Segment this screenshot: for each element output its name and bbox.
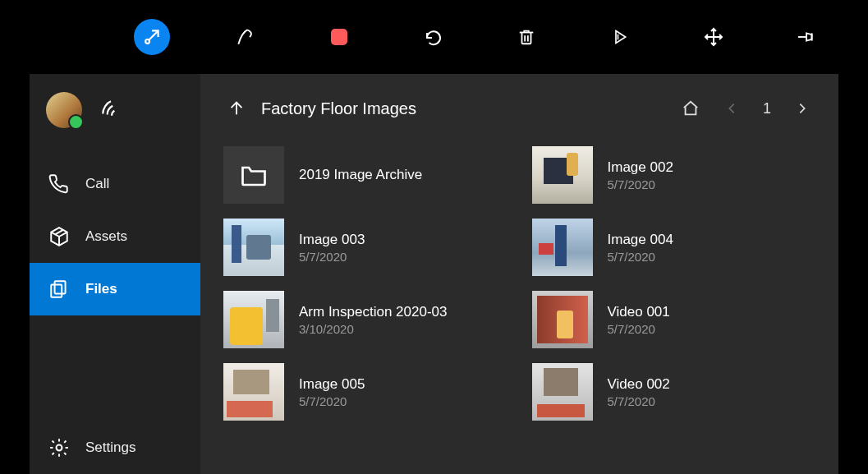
file-name: Video 002 — [608, 376, 816, 393]
sidebar-item-files[interactable]: Files — [30, 263, 200, 315]
package-icon — [48, 225, 71, 248]
file-item[interactable]: Image 004 5/7/2020 — [532, 217, 816, 278]
file-thumbnail — [223, 363, 284, 421]
pin-button[interactable] — [789, 19, 825, 55]
files-icon — [48, 278, 71, 301]
file-date: 5/7/2020 — [608, 322, 816, 336]
svg-rect-12 — [51, 285, 62, 297]
file-thumbnail — [223, 219, 284, 276]
file-item[interactable]: Image 003 5/7/2020 — [223, 217, 507, 278]
ink-tool-button[interactable] — [227, 19, 264, 55]
sidebar-item-label: Call — [85, 176, 109, 192]
file-item[interactable]: Video 002 5/7/2020 — [532, 361, 816, 422]
file-name: Video 001 — [608, 304, 816, 320]
wifi-icon — [100, 99, 122, 121]
file-date: 3/10/2020 — [299, 322, 507, 336]
file-thumbnail — [532, 291, 593, 348]
folder-icon — [223, 146, 284, 204]
header-nav: 1 — [677, 95, 815, 122]
svg-point-0 — [145, 39, 149, 44]
trash-button[interactable] — [508, 19, 544, 55]
sidebar-item-assets[interactable]: Assets — [30, 210, 200, 263]
svg-rect-2 — [331, 29, 347, 45]
next-page-button[interactable] — [789, 95, 815, 122]
up-button[interactable] — [223, 95, 250, 122]
sidebar-item-label: Settings — [85, 439, 135, 456]
home-button[interactable] — [677, 95, 704, 122]
file-date: 5/7/2020 — [608, 394, 816, 408]
color-red-button[interactable] — [321, 19, 357, 55]
file-name: Image 003 — [299, 232, 507, 248]
file-item[interactable]: Image 002 5/7/2020 — [532, 145, 816, 205]
play-button[interactable] — [602, 19, 638, 55]
sidebar-item-call[interactable]: Call — [30, 158, 200, 210]
file-date: 5/7/2020 — [608, 177, 816, 191]
file-thumbnail — [532, 363, 593, 421]
file-thumbnail — [532, 219, 593, 276]
undo-button[interactable] — [415, 19, 451, 55]
profile-row — [30, 74, 200, 140]
file-date: 5/7/2020 — [299, 250, 507, 264]
workspace: Call Assets — [30, 74, 838, 474]
file-date: 5/7/2020 — [299, 394, 507, 408]
file-item-folder[interactable]: 2019 Image Archive — [223, 145, 507, 205]
sidebar-item-label: Files — [85, 281, 117, 297]
gear-icon — [48, 436, 71, 459]
file-thumbnail — [532, 146, 593, 204]
sidebar-item-label: Assets — [85, 228, 127, 245]
phone-icon — [48, 173, 71, 196]
file-name: Image 004 — [608, 232, 816, 248]
main-panel: Factory Floor Images 1 — [200, 74, 838, 474]
header-row: Factory Floor Images 1 — [223, 90, 815, 127]
file-item[interactable]: Arm Inspection 2020-03 3/10/2020 — [223, 289, 507, 350]
svg-point-13 — [57, 445, 62, 451]
prev-page-button[interactable] — [719, 95, 745, 122]
file-name: Image 002 — [608, 159, 816, 176]
svg-line-10 — [55, 230, 63, 234]
avatar[interactable] — [46, 92, 82, 128]
file-date: 5/7/2020 — [608, 250, 816, 264]
svg-rect-11 — [55, 281, 66, 293]
file-item[interactable]: Image 005 5/7/2020 — [223, 361, 507, 422]
file-name: 2019 Image Archive — [299, 167, 507, 183]
move-tool-button[interactable] — [696, 19, 732, 55]
annotation-toolbar — [0, 0, 868, 74]
sidebar: Call Assets — [30, 74, 200, 474]
file-name: Image 005 — [299, 376, 507, 393]
nav-list: Call Assets — [30, 158, 200, 474]
page-number: 1 — [760, 100, 774, 117]
sidebar-item-settings[interactable]: Settings — [30, 421, 200, 474]
file-item[interactable]: Video 001 5/7/2020 — [532, 289, 816, 350]
svg-line-1 — [149, 30, 158, 39]
file-grid: 2019 Image Archive Image 002 5/7/2020 Im… — [223, 145, 815, 422]
arrow-tool-button[interactable] — [134, 19, 170, 55]
file-thumbnail — [223, 291, 284, 348]
page-title: Factory Floor Images — [261, 99, 416, 118]
file-name: Arm Inspection 2020-03 — [299, 304, 507, 320]
